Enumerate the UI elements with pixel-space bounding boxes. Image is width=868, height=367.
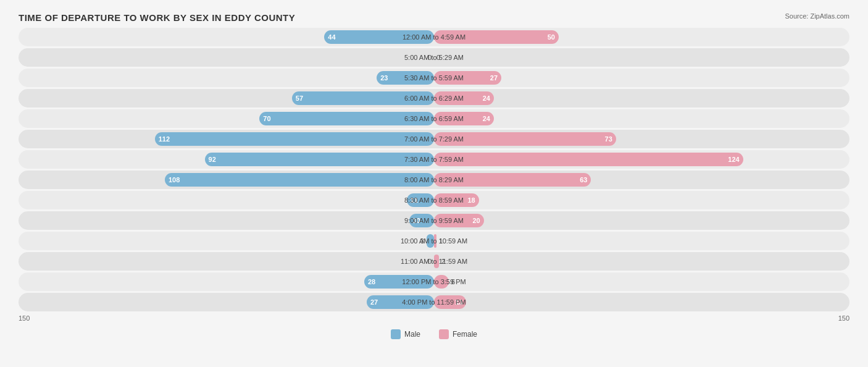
chart-title: TIME OF DEPARTURE TO WORK BY SEX IN EDDY…: [19, 12, 849, 23]
chart-row: 9:00 AM to 9:59 AM1020: [19, 211, 849, 230]
male-zero: 0: [428, 258, 434, 265]
chart-row: 8:30 AM to 8:59 AM1118: [19, 191, 849, 209]
chart-area: 12:00 AM to 4:59 AM44505:00 AM to 5:29 A…: [19, 28, 849, 322]
male-bar: 92: [205, 153, 434, 166]
axis-left: 150: [19, 314, 30, 322]
male-bar: 112: [155, 132, 434, 146]
chart-row: 11:00 AM to 11:59 AM02: [19, 252, 849, 271]
female-value: 2: [441, 258, 445, 265]
legend: Male Female: [19, 329, 849, 339]
male-bar-container: 44: [324, 30, 434, 44]
male-bar-container: 28: [364, 275, 434, 289]
female-value: 20: [473, 217, 480, 224]
male-bar-container: 0: [428, 51, 434, 64]
female-bar-container: 50: [434, 30, 559, 44]
female-bar-container: 20: [434, 214, 484, 227]
male-bar: 3: [427, 234, 434, 248]
chart-row: 5:00 AM to 5:29 AM00: [19, 48, 849, 67]
male-value: 112: [159, 135, 170, 143]
female-value: 24: [483, 115, 490, 122]
male-bar-container: 92: [205, 153, 434, 166]
male-value: 108: [169, 176, 180, 184]
female-bar: 1: [434, 234, 436, 248]
female-bar: 24: [434, 112, 494, 125]
female-value: 73: [605, 135, 612, 143]
female-bar: 2: [434, 255, 439, 268]
chart-row: 10:00 AM to 10:59 AM31: [19, 232, 849, 250]
legend-female: Female: [439, 329, 477, 339]
axis-right: 150: [838, 314, 849, 322]
male-zero: 0: [428, 54, 434, 61]
female-value: 6: [451, 278, 455, 285]
female-bar-container: 24: [434, 112, 494, 125]
female-bar: 13: [434, 295, 466, 309]
chart-row: 12:00 AM to 4:59 AM4450: [19, 28, 849, 46]
legend-female-box: [439, 329, 449, 339]
rows-wrapper: 12:00 AM to 4:59 AM44505:00 AM to 5:29 A…: [19, 28, 849, 311]
male-bar-container: 0: [428, 255, 434, 268]
chart-row: 6:00 AM to 6:29 AM5724: [19, 89, 849, 108]
female-bar-container: 0: [434, 51, 440, 64]
male-bar: 108: [165, 173, 434, 187]
male-bar: 28: [364, 275, 434, 289]
female-bar: 20: [434, 214, 484, 227]
female-value: 13: [455, 298, 462, 306]
female-bar: 50: [434, 30, 559, 44]
legend-male-box: [391, 329, 401, 339]
male-bar-container: 112: [155, 132, 434, 146]
female-value: 63: [580, 176, 587, 184]
chart-row: 5:30 AM to 5:59 AM2327: [19, 69, 849, 87]
female-bar: 18: [434, 193, 479, 207]
female-bar-container: 1: [434, 234, 436, 248]
male-bar: 57: [292, 91, 434, 105]
chart-row: 7:30 AM to 7:59 AM92124: [19, 150, 849, 169]
female-bar: 63: [434, 173, 591, 187]
female-bar: 6: [434, 275, 449, 289]
female-bar-container: 18: [434, 193, 479, 207]
male-bar: 11: [407, 193, 434, 207]
female-zero: 0: [434, 54, 440, 61]
male-bar: 27: [367, 295, 434, 309]
male-bar-container: 11: [407, 193, 434, 207]
female-value: 124: [728, 156, 739, 163]
male-value: 70: [263, 115, 270, 122]
male-value: 23: [380, 74, 388, 82]
male-bar: 70: [259, 112, 434, 125]
female-value: 50: [548, 33, 555, 41]
female-bar: 27: [434, 71, 501, 85]
chart-row: 8:00 AM to 8:29 AM10863: [19, 171, 849, 189]
female-bar-container: 2: [434, 255, 439, 268]
female-value: 27: [490, 74, 498, 82]
female-value: 18: [467, 196, 475, 204]
male-value: 10: [413, 217, 420, 224]
female-bar-container: 27: [434, 71, 501, 85]
male-bar-container: 27: [367, 295, 434, 309]
male-bar-container: 57: [292, 91, 434, 105]
legend-male: Male: [391, 329, 420, 339]
male-value: 28: [368, 278, 375, 285]
male-value: 3: [420, 237, 424, 245]
male-value: 11: [411, 196, 418, 204]
male-value: 27: [370, 298, 378, 306]
male-bar-container: 70: [259, 112, 434, 125]
female-bar: 124: [434, 153, 743, 166]
chart-container: TIME OF DEPARTURE TO WORK BY SEX IN EDDY…: [0, 0, 868, 364]
male-value: 92: [209, 156, 216, 163]
female-value: 24: [483, 95, 490, 102]
legend-male-label: Male: [404, 330, 420, 339]
male-bar-container: 23: [377, 71, 434, 85]
male-bar-container: 10: [409, 214, 434, 227]
female-bar-container: 24: [434, 91, 494, 105]
chart-row: 12:00 PM to 3:59 PM286: [19, 272, 849, 291]
chart-row: 6:30 AM to 6:59 AM7024: [19, 109, 849, 128]
female-bar-container: 124: [434, 153, 743, 166]
legend-female-label: Female: [453, 330, 477, 339]
source-text: Source: ZipAtlas.com: [785, 12, 849, 20]
female-bar-container: 63: [434, 173, 591, 187]
male-value: 44: [328, 33, 335, 41]
male-bar: 10: [409, 214, 434, 227]
female-bar: 24: [434, 91, 494, 105]
male-bar: 23: [377, 71, 434, 85]
female-bar-container: 73: [434, 132, 616, 146]
chart-row: 4:00 PM to 11:59 PM2713: [19, 293, 849, 311]
